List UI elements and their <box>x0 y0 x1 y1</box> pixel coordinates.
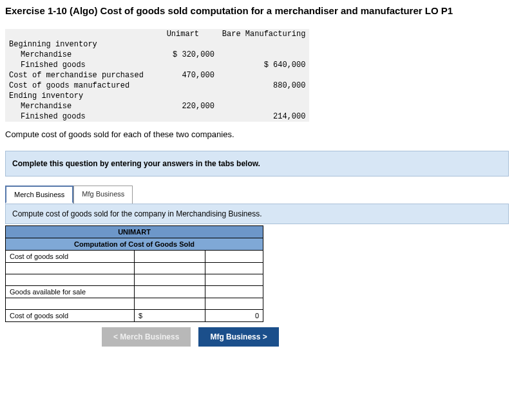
cell-manufactured: 880,000 <box>218 81 310 91</box>
cell-purchased: 470,000 <box>148 70 218 81</box>
cell-fg-bare: $ 640,000 <box>218 60 310 70</box>
row-beg-inv: Beginning inventory <box>5 39 148 50</box>
next-tab-button[interactable]: Mfg Business > <box>198 327 278 347</box>
tab-strip: Merch Business Mfg Business <box>5 186 509 204</box>
row-merch: Merchandise <box>5 50 148 60</box>
comp-row-gafs-input2[interactable] <box>205 286 263 298</box>
cell-end-fg: 214,000 <box>218 111 310 122</box>
comp-row-final-value: 0 <box>205 310 263 322</box>
comp-row-4-input1[interactable] <box>135 298 205 310</box>
compute-instruction: Compute cost of goods sold for each of t… <box>5 129 509 139</box>
given-data-table: Unimart Bare Manufacturing Beginning inv… <box>5 29 309 122</box>
comp-header-title: Computation of Cost of Goods Sold <box>6 238 263 251</box>
tabs-instruction-box: Complete this question by entering your … <box>5 151 509 177</box>
comp-row-1-input1[interactable] <box>135 263 205 274</box>
row-manufactured: Cost of goods manufactured <box>5 81 148 91</box>
comp-row-cogs-input1[interactable] <box>135 251 205 263</box>
cell-merch-unimart: $ 320,000 <box>148 50 218 60</box>
comp-row-1-input2[interactable] <box>205 263 263 274</box>
col-header-bare: Bare Manufacturing <box>218 29 310 39</box>
comp-row-4-label[interactable] <box>6 298 135 310</box>
chevron-left-icon: < <box>113 332 120 341</box>
comp-row-cogs-input2[interactable] <box>205 251 263 263</box>
nav-button-row: < Merch Business Mfg Business > <box>102 327 509 347</box>
row-fg: Finished goods <box>5 60 148 70</box>
row-purchased: Cost of merchandise purchased <box>5 70 148 81</box>
tab-mfg-business[interactable]: Mfg Business <box>73 186 133 204</box>
row-end-merch: Merchandise <box>5 101 148 111</box>
cell-end-merch: 220,000 <box>148 101 218 111</box>
exercise-title: Exercise 1-10 (Algo) Cost of goods sold … <box>5 5 509 16</box>
tab-content-instruction: Compute cost of goods sold for the compa… <box>5 204 509 224</box>
comp-header-company: UNIMART <box>6 226 263 238</box>
comp-row-gafs-input1[interactable] <box>135 286 205 298</box>
comp-row-gafs-label: Goods available for sale <box>6 286 135 298</box>
row-end-inv: Ending inventory <box>5 91 148 101</box>
chevron-right-icon: > <box>260 332 267 341</box>
comp-row-2-input1[interactable] <box>135 274 205 286</box>
comp-row-2-input2[interactable] <box>205 274 263 286</box>
tab-merch-business[interactable]: Merch Business <box>5 186 73 204</box>
comp-row-4-input2[interactable] <box>205 298 263 310</box>
col-header-unimart: Unimart <box>148 29 218 39</box>
computation-table: UNIMART Computation of Cost of Goods Sol… <box>5 225 263 322</box>
comp-row-final-label: Cost of goods sold <box>6 310 135 322</box>
comp-row-1-label[interactable] <box>6 263 135 274</box>
comp-row-2-label[interactable] <box>6 274 135 286</box>
prev-tab-button: < Merch Business <box>102 327 191 347</box>
row-end-fg: Finished goods <box>5 111 148 122</box>
comp-row-cogs-label[interactable]: Cost of goods sold <box>6 251 135 263</box>
comp-row-final-currency: $ <box>135 310 205 322</box>
